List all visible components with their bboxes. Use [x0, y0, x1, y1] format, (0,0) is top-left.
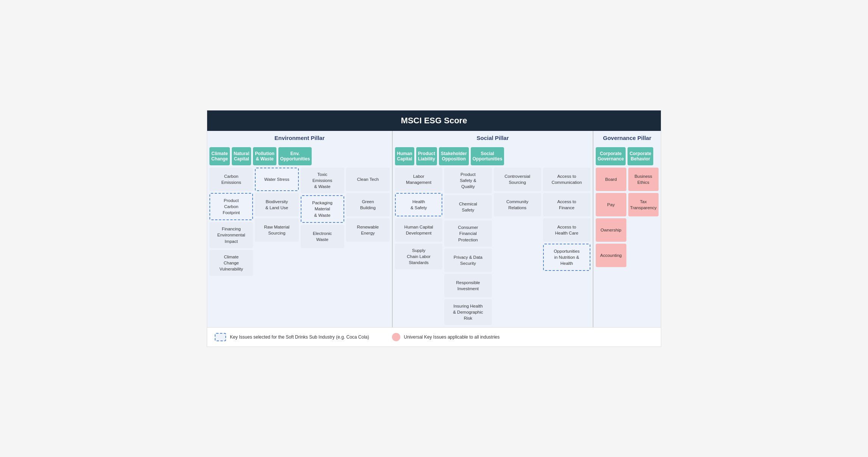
col-social-opp: Access toCommunication Access toFinance … [543, 168, 590, 271]
item-human-capital-dev: Human CapitalDevelopment [395, 218, 442, 242]
cat-natural-capital: NaturalCapital [232, 147, 251, 165]
item-renewable-energy: RenewableEnergy [346, 218, 390, 242]
item-biodiversity: Biodiversity& Land Use [255, 193, 298, 216]
item-tax-transparency: TaxTransparency [628, 193, 659, 216]
gov-pillar-header: Governance Pillar [593, 131, 661, 145]
cat-stakeholder-opposition: StakeholderOpposition [439, 147, 469, 165]
cat-social-opportunities: SocialOpportunities [471, 147, 504, 165]
env-items: CarbonEmissions ProductCarbonFootprint F… [207, 168, 392, 278]
col-env-opp: Clean Tech GreenBuilding RenewableEnergy [346, 168, 390, 242]
col-corporate-behavior: BusinessEthics TaxTransparency [628, 168, 659, 216]
cat-climate-change: ClimateChange [209, 147, 230, 165]
item-financing-env-impact: FinancingEnvironmentalImpact [209, 222, 253, 248]
item-packaging-material: PackagingMaterial& Waste [301, 195, 344, 222]
item-ownership: Ownership [596, 218, 626, 242]
legend-dashed-icon [215, 333, 226, 341]
cat-env-opportunities: Env.Opportunities [278, 147, 312, 165]
col-product-liability: ProductSafety &Quality ChemicalSafety Co… [444, 168, 492, 325]
cat-human-capital: HumanCapital [395, 147, 414, 165]
legend-pink-icon [392, 333, 400, 341]
cat-corporate-behavior: CorporateBehavior [628, 147, 653, 165]
item-insuring-health: Insuring Health& DemographicRisk [444, 299, 492, 325]
legend-pink-label: Universal Key Issues applicable to all i… [404, 334, 500, 340]
gov-items: Board Pay Ownership Accounting BusinessE… [593, 168, 661, 269]
col-corporate-gov: Board Pay Ownership Accounting [596, 168, 626, 267]
item-board: Board [596, 168, 626, 191]
col-human-capital: LaborManagement Health& Safety Human Cap… [395, 168, 442, 269]
item-opportunities-nutrition: Opportunitiesin Nutrition &Health [543, 244, 590, 271]
legend-row: Key Issues selected for the Soft Drinks … [207, 327, 661, 347]
msci-esg-container: MSCI ESG Score Environment Pillar Climat… [207, 110, 661, 347]
item-pay: Pay [596, 193, 626, 216]
item-electronic-waste: ElectronicWaste [301, 225, 344, 248]
item-consumer-financial: ConsumerFinancialProtection [444, 221, 492, 246]
env-pillar-header: Environment Pillar [207, 131, 392, 145]
item-carbon-emissions: CarbonEmissions [209, 168, 253, 191]
item-business-ethics: BusinessEthics [628, 168, 659, 191]
col-stakeholder: ControversialSourcing CommunityRelations [494, 168, 541, 216]
social-pillar-header: Social Pillar [393, 131, 593, 145]
governance-section: Governance Pillar CorporateGovernance Co… [593, 131, 661, 327]
item-green-building: GreenBuilding [346, 193, 390, 216]
cat-pollution-waste: Pollution& Waste [253, 147, 276, 165]
col-natural-capital: Water Stress Biodiversity& Land Use Raw … [255, 168, 298, 242]
item-product-carbon-footprint: ProductCarbonFootprint [209, 193, 253, 220]
main-content: Environment Pillar ClimateChange Natural… [207, 131, 661, 327]
col-climate: CarbonEmissions ProductCarbonFootprint F… [209, 168, 253, 276]
gov-categories: CorporateGovernance CorporateBehavior [593, 145, 661, 168]
item-responsible-investment: ResponsibleInvestment [444, 274, 492, 297]
item-labor-management: LaborManagement [395, 168, 442, 191]
legend-pink: Universal Key Issues applicable to all i… [392, 333, 500, 341]
item-toxic-emissions: ToxicEmissions& Waste [301, 168, 344, 193]
item-privacy-data: Privacy & DataSecurity [444, 249, 492, 272]
item-access-health-care: Access toHealth Care [543, 218, 590, 242]
page-title: MSCI ESG Score [207, 110, 661, 131]
item-product-safety: ProductSafety &Quality [444, 168, 492, 193]
item-community-relations: CommunityRelations [494, 193, 541, 216]
environment-section: Environment Pillar ClimateChange Natural… [207, 131, 393, 327]
social-categories: HumanCapital ProductLiability Stakeholde… [393, 145, 593, 168]
item-clean-tech: Clean Tech [346, 168, 390, 191]
item-water-stress: Water Stress [255, 168, 298, 191]
item-raw-material-sourcing: Raw MaterialSourcing [255, 218, 298, 242]
cat-corporate-governance: CorporateGovernance [596, 147, 626, 165]
item-access-finance: Access toFinance [543, 193, 590, 216]
legend-dashed-label: Key Issues selected for the Soft Drinks … [230, 334, 369, 340]
item-access-communication: Access toCommunication [543, 168, 590, 191]
item-climate-change-vulnerability: ClimateChangeVulnerability [209, 250, 253, 276]
social-items: LaborManagement Health& Safety Human Cap… [393, 168, 593, 327]
env-categories: ClimateChange NaturalCapital Pollution& … [207, 145, 392, 168]
legend-dashed: Key Issues selected for the Soft Drinks … [215, 333, 369, 341]
item-health-safety: Health& Safety [395, 193, 442, 216]
cat-product-liability: ProductLiability [416, 147, 437, 165]
item-chemical-safety: ChemicalSafety [444, 195, 492, 219]
item-supply-chain-labor: SupplyChain LaborStandards [395, 244, 442, 269]
col-pollution: ToxicEmissions& Waste PackagingMaterial&… [301, 168, 344, 248]
social-section: Social Pillar HumanCapital ProductLiabil… [393, 131, 593, 327]
item-accounting: Accounting [596, 244, 626, 267]
item-controversial-sourcing: ControversialSourcing [494, 168, 541, 191]
